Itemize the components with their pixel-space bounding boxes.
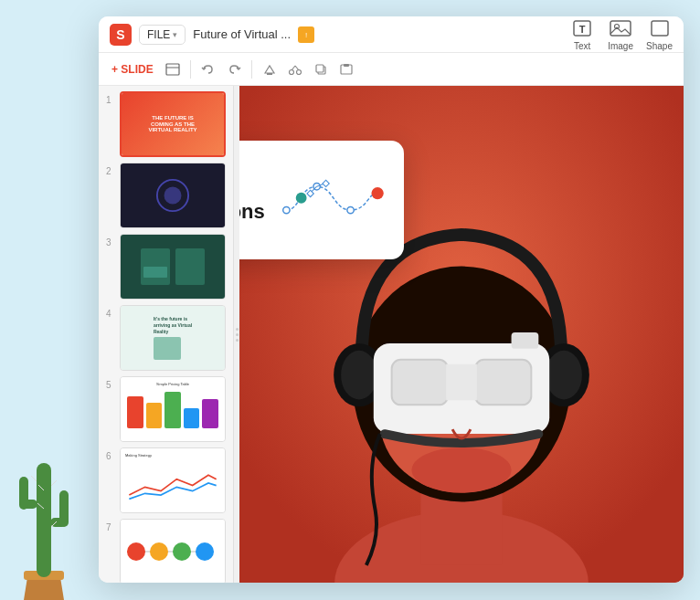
svg-point-63 bbox=[371, 187, 383, 199]
text-tool[interactable]: T Text bbox=[569, 17, 595, 51]
svg-point-21 bbox=[289, 69, 293, 74]
svg-rect-4 bbox=[19, 477, 28, 510]
paint-icon[interactable] bbox=[260, 59, 280, 79]
toolbar-divider-2 bbox=[251, 60, 252, 79]
svg-point-57 bbox=[411, 447, 511, 493]
svg-line-23 bbox=[292, 66, 295, 70]
svg-rect-67 bbox=[323, 180, 329, 186]
slide-5-number: 5 bbox=[106, 380, 115, 390]
toolbar-right: T Text Image Shape bbox=[569, 17, 673, 51]
slide-2-wrap: 2 bbox=[106, 163, 226, 228]
svg-rect-56 bbox=[446, 364, 477, 401]
shape-tool[interactable]: Shape bbox=[646, 17, 673, 51]
svg-rect-6 bbox=[59, 490, 69, 527]
redo-icon[interactable] bbox=[224, 59, 244, 79]
document-title: Future of Virtual ... bbox=[193, 27, 291, 41]
svg-point-48 bbox=[341, 351, 377, 400]
svg-point-22 bbox=[296, 69, 301, 74]
slide-1-thumbnail[interactable]: THE FUTURE ISCOMING AS THEVIRTUAL REALIT… bbox=[120, 91, 226, 157]
slide-5-thumbnail[interactable]: Simple Pricing Table bbox=[120, 376, 226, 442]
slide-4-number: 4 bbox=[106, 309, 115, 319]
save-status-icon: ! bbox=[298, 26, 314, 43]
svg-rect-26 bbox=[316, 65, 323, 72]
svg-rect-20 bbox=[267, 73, 272, 75]
slides-panel[interactable]: 1 THE FUTURE ISCOMING AS THEVIRTUAL REAL… bbox=[99, 86, 234, 583]
svg-rect-54 bbox=[392, 360, 448, 405]
svg-rect-18 bbox=[166, 64, 179, 75]
svg-text:!: ! bbox=[305, 31, 307, 39]
text-tool-label: Text bbox=[574, 41, 590, 51]
slide-6-number: 6 bbox=[106, 451, 115, 461]
slide-3-thumbnail[interactable] bbox=[120, 234, 226, 300]
svg-rect-2 bbox=[37, 463, 51, 577]
slide-5-title: Simple Pricing Table bbox=[125, 382, 220, 386]
add-slide-button[interactable]: + SLIDE bbox=[108, 61, 157, 78]
copy-icon[interactable] bbox=[311, 59, 331, 79]
slide-7-number: 7 bbox=[106, 522, 115, 532]
slide-6-thumbnail[interactable]: Making Strategy bbox=[120, 447, 226, 513]
svg-point-50 bbox=[546, 351, 582, 400]
app-window: S FILE ▾ Future of Virtual ... ! T Text … bbox=[99, 16, 684, 583]
svg-point-58 bbox=[282, 206, 289, 213]
image-icon bbox=[608, 17, 633, 39]
svg-point-31 bbox=[164, 187, 182, 205]
toolbar-row2: + SLIDE bbox=[99, 53, 684, 86]
svg-line-24 bbox=[295, 66, 299, 70]
svg-point-60 bbox=[347, 206, 354, 213]
slide-3-wrap: 3 bbox=[106, 234, 226, 300]
canvas-area: StoryAnimations bbox=[239, 86, 684, 583]
svg-point-36 bbox=[127, 542, 145, 561]
story-animations-title: StoryAnimations bbox=[239, 176, 265, 225]
story-animations-graphic bbox=[280, 159, 387, 241]
slide-4-thumbnail[interactable]: It's the future isarriving as VirtualRea… bbox=[120, 305, 226, 371]
svg-marker-0 bbox=[24, 577, 64, 600]
svg-point-39 bbox=[196, 542, 214, 561]
text-icon: T bbox=[569, 17, 595, 39]
slide-4-wrap: 4 It's the future isarriving as VirtualR… bbox=[106, 305, 226, 371]
cut-icon[interactable] bbox=[285, 59, 305, 79]
layout-icon[interactable] bbox=[163, 59, 183, 79]
file-menu-button[interactable]: FILE ▾ bbox=[139, 25, 186, 45]
undo-icon[interactable] bbox=[198, 59, 218, 79]
svg-rect-28 bbox=[344, 64, 349, 67]
slide-5-wrap: 5 Simple Pricing Table bbox=[106, 376, 226, 442]
svg-rect-35 bbox=[143, 267, 167, 278]
svg-text:T: T bbox=[579, 24, 586, 35]
slide-5-bars bbox=[125, 389, 220, 430]
content-area: 1 THE FUTURE ISCOMING AS THEVIRTUAL REAL… bbox=[99, 86, 684, 583]
image-tool-label: Image bbox=[608, 41, 633, 51]
svg-line-7 bbox=[31, 476, 37, 481]
slide-6-wrap: 6 Making Strategy bbox=[106, 447, 226, 513]
paste-icon[interactable] bbox=[336, 59, 356, 79]
resize-dots bbox=[236, 328, 239, 342]
chevron-down-icon: ▾ bbox=[173, 30, 177, 39]
cactus-decoration bbox=[16, 436, 71, 600]
app-logo: S bbox=[110, 24, 132, 46]
slide-1-number: 1 bbox=[106, 95, 115, 105]
slide-1-content: THE FUTURE ISCOMING AS THEVIRTUAL REALIT… bbox=[144, 111, 200, 137]
slide-canvas[interactable]: StoryAnimations bbox=[239, 86, 684, 583]
title-bar: S FILE ▾ Future of Virtual ... ! T Text … bbox=[99, 16, 684, 53]
slide-2-thumbnail[interactable] bbox=[120, 163, 226, 228]
image-tool[interactable]: Image bbox=[608, 17, 633, 51]
svg-rect-34 bbox=[175, 248, 205, 285]
svg-point-38 bbox=[173, 542, 191, 561]
svg-point-37 bbox=[150, 542, 168, 561]
toolbar-divider bbox=[190, 60, 191, 79]
svg-line-9 bbox=[51, 480, 57, 486]
svg-rect-55 bbox=[475, 360, 531, 405]
svg-point-62 bbox=[296, 193, 307, 204]
svg-rect-16 bbox=[610, 21, 631, 36]
story-animations-popup: StoryAnimations bbox=[239, 141, 404, 259]
slide-2-number: 2 bbox=[106, 166, 115, 176]
slide-3-number: 3 bbox=[106, 237, 115, 247]
shape-tool-label: Shape bbox=[646, 41, 673, 51]
slide-7-thumbnail[interactable] bbox=[120, 519, 226, 583]
svg-rect-53 bbox=[512, 332, 539, 349]
slide-7-wrap: 7 bbox=[106, 519, 226, 583]
shape-icon bbox=[647, 17, 673, 39]
slide-1-wrap: 1 THE FUTURE ISCOMING AS THEVIRTUAL REAL… bbox=[106, 91, 226, 157]
slide-4-text: It's the future isarriving as VirtualRea… bbox=[154, 316, 192, 360]
